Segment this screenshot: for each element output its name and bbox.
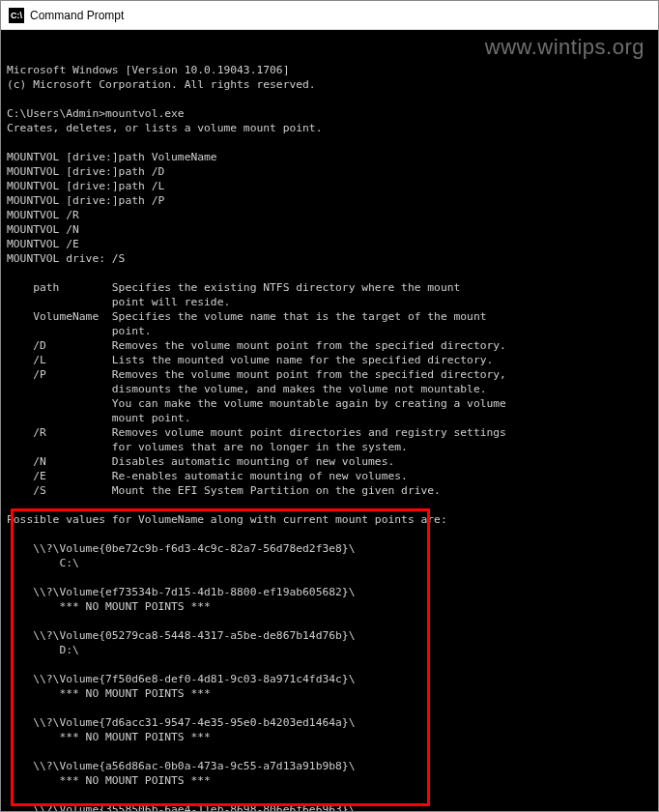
watermark-text: www.wintips.org [485,40,645,54]
window-title: Command Prompt [30,9,124,22]
window-titlebar[interactable]: C:\ Command Prompt [1,1,658,30]
cmd-icon: C:\ [9,8,24,23]
terminal-text: Microsoft Windows [Version 10.0.19043.17… [7,63,652,811]
terminal-output[interactable]: Microsoft Windows [Version 10.0.19043.17… [1,30,658,811]
